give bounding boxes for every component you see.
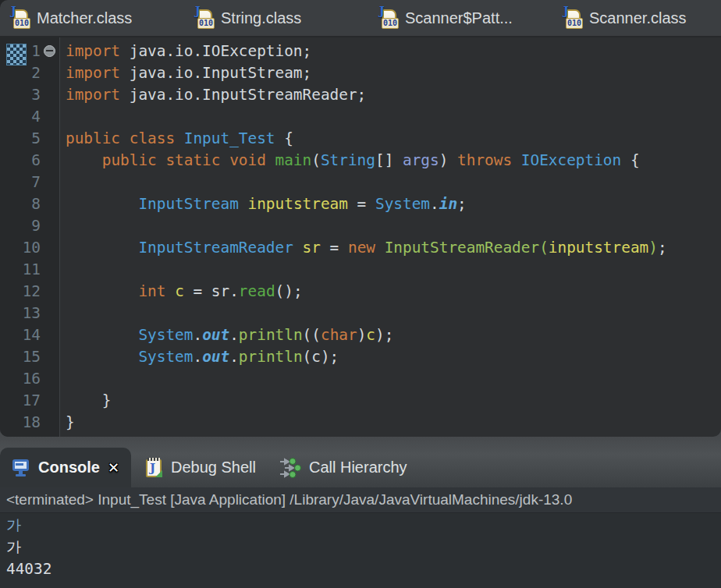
line-number: 1	[0, 41, 41, 62]
line-number: 17	[0, 390, 41, 412]
line-number: 8	[0, 193, 41, 215]
eclipse-window: 010J Matcher.class 010J String.class 010…	[0, 0, 721, 588]
code-line: 16	[0, 368, 721, 390]
line-number: 18	[0, 412, 41, 434]
editor-tab-scanner-pattern-class[interactable]: 010J Scanner$Patt...	[368, 0, 552, 36]
console-output[interactable]: 가가44032	[0, 513, 721, 588]
editor-tab-label: Scanner$Patt...	[405, 9, 513, 27]
line-number: 6	[0, 150, 41, 172]
code-line: 15 System.out.println(c);	[0, 346, 721, 368]
editor-tab-scanner-class[interactable]: 010J Scanner.class	[552, 0, 721, 36]
line-number: 3	[0, 84, 41, 106]
code-line: 11	[0, 259, 721, 281]
editor-shell: 1import java.io.IOException;2import java…	[0, 37, 721, 437]
code-line: 1import java.io.IOException;	[0, 41, 721, 62]
call-hierarchy-icon	[279, 458, 301, 478]
editor-tab-label: Matcher.class	[37, 9, 132, 27]
line-number: 14	[0, 324, 41, 346]
code-line: 12 int c = sr.read();	[0, 281, 721, 303]
line-number: 4	[0, 106, 41, 128]
close-console-icon[interactable]: ✕	[108, 461, 119, 475]
code-editor[interactable]: 1import java.io.IOException;2import java…	[0, 37, 721, 437]
code-line: 9	[0, 215, 721, 237]
console-output-line: 가	[6, 537, 715, 558]
line-number: 15	[0, 346, 41, 368]
console-output-line: 가	[6, 515, 715, 537]
editor-tab-label: String.class	[221, 9, 301, 27]
console-icon	[12, 459, 30, 477]
line-number: 13	[0, 303, 41, 324]
code-line: 17 }	[0, 390, 721, 412]
line-number: 11	[0, 259, 41, 281]
line-number: 9	[0, 215, 41, 237]
tab-debug-shell[interactable]: J Debug Shell	[136, 448, 265, 487]
console-tabs-row: Console ✕ J Debug Shell Call	[0, 448, 721, 487]
line-number: 12	[0, 281, 41, 303]
fold-collapse-icon[interactable]	[44, 45, 55, 57]
code-area[interactable]: 1import java.io.IOException;2import java…	[0, 37, 721, 434]
code-line: 3import java.io.InputStreamReader;	[0, 84, 721, 106]
console-output-line: 44032	[6, 558, 715, 580]
tab-call-hierarchy[interactable]: Call Hierarchy	[270, 448, 417, 487]
class-file-icon: 010J	[563, 7, 582, 29]
class-file-icon: 010J	[379, 7, 398, 29]
editor-tab-label: Scanner.class	[589, 9, 687, 27]
line-number: 7	[0, 172, 41, 193]
console-tab-bar: Console ✕ J Debug Shell Call	[0, 437, 721, 487]
editor-tab-bar: 010J Matcher.class 010J String.class 010…	[0, 0, 721, 37]
debug-shell-tab-label: Debug Shell	[171, 459, 256, 476]
line-number: 2	[0, 62, 41, 84]
console-tab-label: Console	[38, 459, 100, 476]
line-number: 10	[0, 237, 41, 259]
code-line: 14 System.out.println((char)c);	[0, 324, 721, 346]
code-line: 2import java.io.InputStream;	[0, 62, 721, 84]
code-line: 8 InputStream inputstream = System.in;	[0, 193, 721, 215]
line-number: 16	[0, 368, 41, 390]
editor-tab-matcher-class[interactable]: 010J Matcher.class	[0, 0, 184, 36]
code-line: 13	[0, 303, 721, 324]
code-line: 10 InputStreamReader sr = new InputStrea…	[0, 237, 721, 259]
class-file-icon: 010J	[11, 7, 30, 29]
console-status-line: <terminated> Input_Test [Java Applicatio…	[0, 487, 721, 513]
code-line: 7	[0, 172, 721, 193]
code-line: 18}	[0, 412, 721, 434]
call-hierarchy-tab-label: Call Hierarchy	[309, 459, 407, 476]
class-file-icon: 010J	[195, 7, 214, 29]
line-number: 5	[0, 128, 41, 150]
jsp-file-icon: J	[145, 458, 163, 478]
editor-tab-string-class[interactable]: 010J String.class	[184, 0, 368, 36]
code-line: 5public class Input_Test {	[0, 128, 721, 150]
code-line: 4	[0, 106, 721, 128]
code-line: 6 public static void main(String[] args)…	[0, 150, 721, 172]
tab-console[interactable]: Console ✕	[0, 448, 131, 487]
